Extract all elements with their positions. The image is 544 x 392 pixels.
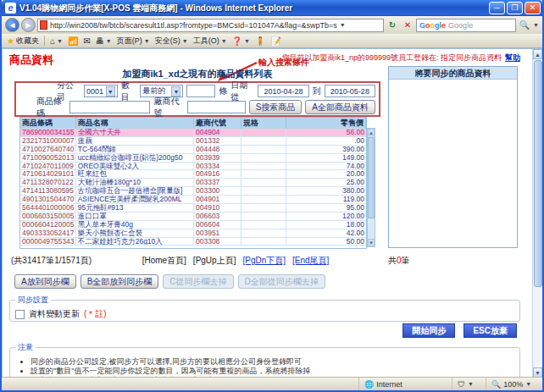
help-menu[interactable]: ❓▼ bbox=[232, 36, 250, 46]
date-to-input[interactable]: 2010-05-28 bbox=[325, 85, 375, 97]
table-row[interactable]: 4710027640740TC-564鬧鐘004448390.00 bbox=[20, 146, 366, 154]
search-hint-annotation: 輸入搜索條件 bbox=[258, 57, 309, 69]
nav-pgup[interactable]: [PgUp上頁] bbox=[193, 255, 236, 267]
login-notice-text: 您目前以加盟商ik1_np的999999號員工登錄在: 指定同步商品資料 bbox=[281, 53, 502, 62]
barcode-input[interactable] bbox=[69, 101, 150, 113]
mail-icon: ✉ bbox=[83, 36, 90, 46]
note-item: 同步的商品分公司設定,被同步方可以選擇,同步方的要以相應分公司身份登錄即可 bbox=[31, 357, 514, 367]
tools-menu[interactable]: 工具(O)▼ bbox=[193, 36, 227, 47]
table-row[interactable]: 4710614029101旺來紅包00491620.00 bbox=[20, 170, 366, 179]
tiao-label: 條 bbox=[219, 86, 227, 97]
scroll-down-icon[interactable]: ▼ bbox=[368, 239, 375, 246]
nav-home[interactable]: [Home首頁] bbox=[142, 255, 186, 267]
safety-menu[interactable]: 安全(S)▼ bbox=[155, 36, 188, 47]
column-header[interactable]: 零售價 bbox=[286, 118, 366, 129]
table-row[interactable]: 4710090052013ucc精緻綜合咖啡豆(鋁箔)200g500039391… bbox=[20, 154, 366, 163]
sync-count: 共0筆 bbox=[388, 255, 410, 267]
nav-pgdn[interactable]: [PgDn下頁] bbox=[242, 255, 286, 267]
table-row[interactable]: 564440100000695元拖鞋#91300491095.00 bbox=[20, 204, 366, 213]
start-sync-button[interactable]: 開始同步 bbox=[402, 323, 455, 338]
table-cell: 18.00 bbox=[286, 221, 366, 229]
vendor-input[interactable] bbox=[187, 101, 246, 113]
search-box[interactable]: Google Google bbox=[416, 19, 516, 32]
branch-select[interactable]: 0001▼ bbox=[84, 85, 118, 97]
table-row[interactable]: 7869000034155全國六寸天井00490456.00 bbox=[20, 129, 366, 137]
note-marker: (＊註) bbox=[84, 308, 107, 320]
read-mail-button[interactable]: ✉ bbox=[83, 36, 90, 46]
note-item: 設置的"數目"值不一定能同步你設定的數目，因為可能有重複的商品，系統將排除掉 bbox=[31, 367, 514, 376]
search-magnifier-icon[interactable]: 🔍 bbox=[518, 19, 531, 32]
page-scrollbar[interactable]: ▲ ▼ bbox=[532, 49, 542, 377]
zoom-magnifier-icon: 🔍 bbox=[491, 380, 501, 389]
help-link[interactable]: 幫助 bbox=[505, 53, 520, 62]
search-options-icon[interactable]: ▼ bbox=[533, 22, 539, 28]
print-button[interactable]: 🖶▼ bbox=[96, 36, 112, 46]
chevron-down-icon: ▼ bbox=[106, 86, 115, 97]
remove-from-sync-button: C從同步欄去掉 bbox=[163, 274, 233, 289]
esc-cancel-button[interactable]: ESC放棄 bbox=[464, 323, 517, 338]
table-row[interactable]: 0006604120005黑人草本牙膏40g00660418.00 bbox=[20, 221, 366, 229]
data-update-checkbox[interactable] bbox=[15, 310, 25, 319]
table-cell: 20.00 bbox=[286, 170, 366, 178]
stop-button[interactable]: ✕ bbox=[401, 19, 414, 32]
table-cell: OREO美味雙心2入 bbox=[76, 163, 194, 170]
status-message bbox=[2, 378, 359, 390]
sync-settings-legend: 同步設置 bbox=[15, 295, 51, 306]
table-cell: 25.00 bbox=[286, 179, 366, 186]
address-field[interactable]: http://win2008/tw/btcb/scaresult1tl.asp?… bbox=[37, 19, 384, 32]
table-row[interactable]: 0006603150005進口口罩006603120.00 bbox=[20, 213, 366, 221]
maximize-button[interactable]: ❐ bbox=[507, 2, 523, 14]
title-bar: e V1.04購物網同步作業[X-POS 雲端商務網] - Windows In… bbox=[2, 0, 542, 16]
page-menu[interactable]: 页面(P)▼ bbox=[117, 36, 150, 47]
feeds-button[interactable]: 📶 bbox=[68, 36, 78, 46]
nav-end[interactable]: [End尾頁] bbox=[292, 255, 329, 267]
command-toolbar: ★ 收藏夹 ⌂▼ 📶 ✉ 🖶▼ 页面(P)▼ 安全(S)▼ 工具(O)▼ ❓▼ … bbox=[2, 34, 542, 48]
column-header[interactable]: 商品條碼 bbox=[20, 118, 76, 129]
add-to-sync-button[interactable]: A放到同步欄 bbox=[14, 274, 76, 289]
table-cell bbox=[241, 213, 287, 220]
table-row[interactable]: 0000049755343不二家娃娃巧克力26g10入00330850.00 bbox=[20, 238, 366, 246]
table-scrollbar[interactable]: ▲ ▼ bbox=[367, 128, 375, 247]
add-all-to-sync-button[interactable]: B全部放到同步欄 bbox=[80, 274, 159, 289]
table-cell bbox=[241, 170, 287, 178]
column-header[interactable]: 商品名稱 bbox=[76, 118, 194, 129]
table-row[interactable]: 4711328070122大雞汁油棒180g*1000333725.00 bbox=[20, 179, 366, 187]
pagination-summary: (共31417筆1/1571頁) bbox=[11, 255, 92, 267]
edit-button[interactable]: 📝 bbox=[270, 36, 280, 46]
google-logo: Google bbox=[419, 21, 446, 30]
table-cell bbox=[241, 238, 287, 246]
forward-button[interactable]: ► bbox=[21, 18, 36, 32]
scrollbar-thumb[interactable] bbox=[368, 137, 375, 218]
messenger-button[interactable]: 🧍 bbox=[255, 36, 265, 46]
search-products-button[interactable]: S搜索商品 bbox=[249, 100, 303, 114]
protected-mode-indicator[interactable]: 🛡▼ bbox=[452, 378, 486, 390]
table-row[interactable]: 4710247011009OREO美味雙心2入00333474.00 bbox=[20, 163, 366, 171]
favorites-button[interactable]: ★ 收藏夹 bbox=[7, 36, 39, 47]
table-cell: 95元拖鞋#913 bbox=[76, 204, 194, 212]
zoom-control[interactable]: 🔍 100%▼ bbox=[486, 378, 542, 390]
table-cell bbox=[241, 154, 287, 162]
table-row[interactable]: 4903333052417樂天小熊餅杏仁盒裝00395142.00 bbox=[20, 229, 366, 238]
refresh-button[interactable]: ↻ bbox=[386, 19, 399, 32]
page-scroll-up-icon[interactable]: ▲ bbox=[533, 49, 542, 59]
date-from-input[interactable]: 2010-04-28 bbox=[258, 85, 308, 97]
close-button[interactable]: ✕ bbox=[525, 2, 541, 14]
count-input[interactable] bbox=[186, 85, 215, 97]
table-row[interactable]: 2321731000007蓮藕001332.00 bbox=[20, 137, 366, 146]
table-cell: 0000049755343 bbox=[20, 238, 76, 246]
sync-panel-list[interactable] bbox=[389, 80, 517, 247]
back-button[interactable]: ◄ bbox=[5, 18, 19, 32]
table-cell: 380.00 bbox=[286, 187, 366, 195]
zoom-level: 100% bbox=[503, 380, 523, 389]
table-row[interactable]: 4714113080595古坑咖啡五合一超值禮盒[限量版]003300380.0… bbox=[20, 187, 366, 196]
home-button[interactable]: ⌂▼ bbox=[50, 36, 63, 46]
address-dropdown-icon[interactable]: ▼ bbox=[340, 22, 346, 28]
page-scroll-down-icon[interactable]: ▼ bbox=[533, 367, 542, 377]
scroll-up-icon[interactable]: ▲ bbox=[368, 129, 375, 136]
page-scrollbar-thumb[interactable] bbox=[534, 60, 542, 287]
all-products-button[interactable]: A全部商品資料 bbox=[305, 100, 375, 114]
column-header[interactable]: 規格 bbox=[241, 118, 287, 129]
column-header[interactable]: 廠商代號 bbox=[194, 118, 241, 129]
table-row[interactable]: 4901301504470ASIENCE完美輕柔潤髮乳200ML00490111… bbox=[20, 196, 366, 204]
minimize-button[interactable]: ─ bbox=[489, 2, 505, 14]
